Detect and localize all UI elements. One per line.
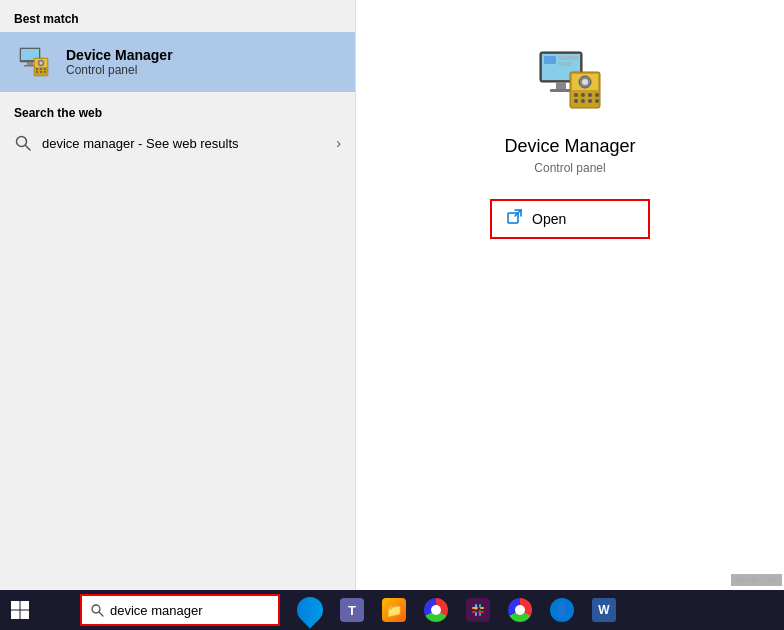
svg-rect-47	[472, 607, 478, 609]
edge-taskbar-button[interactable]	[290, 590, 330, 630]
word-taskbar-button[interactable]: W	[584, 590, 624, 630]
svg-point-23	[582, 79, 588, 85]
open-button-label: Open	[532, 211, 566, 227]
svg-rect-37	[11, 601, 20, 610]
svg-point-10	[40, 71, 42, 73]
explorer-taskbar-button[interactable]: 📁	[374, 590, 414, 630]
left-panel: Best match	[0, 0, 355, 590]
search-icon	[14, 134, 32, 152]
svg-point-13	[40, 62, 43, 65]
chrome-taskbar-button[interactable]	[416, 590, 456, 630]
chrome2-icon	[508, 598, 532, 622]
svg-rect-19	[550, 89, 572, 92]
svg-point-28	[574, 99, 578, 103]
web-search-arrow-icon: ›	[336, 135, 341, 151]
best-match-heading: Best match	[0, 0, 355, 32]
best-match-subtitle: Control panel	[66, 63, 173, 77]
taskbar-search-box[interactable]	[80, 594, 280, 626]
svg-point-9	[36, 71, 38, 73]
svg-rect-38	[21, 601, 30, 610]
svg-rect-2	[27, 62, 33, 65]
svg-rect-33	[558, 56, 578, 60]
windows-icon	[10, 600, 30, 620]
chrome-icon	[424, 598, 448, 622]
explorer-icon: 📁	[382, 598, 406, 622]
svg-rect-40	[21, 611, 30, 620]
slack-taskbar-button[interactable]	[458, 590, 498, 630]
word-icon: W	[592, 598, 616, 622]
web-search-item[interactable]: device manager - See web results ›	[0, 126, 355, 160]
svg-point-25	[581, 93, 585, 97]
svg-rect-48	[480, 607, 484, 609]
watermark: wsxdn.com	[731, 574, 782, 586]
app-name-large: Device Manager	[504, 136, 635, 157]
teams-taskbar-button[interactable]: T	[332, 590, 372, 630]
device-manager-icon-large	[530, 40, 610, 120]
taskbar-apps: T 📁	[290, 590, 624, 630]
svg-rect-49	[472, 611, 476, 613]
best-match-name: Device Manager	[66, 47, 173, 63]
svg-rect-39	[11, 611, 20, 620]
open-button[interactable]: Open	[490, 199, 650, 239]
svg-rect-34	[558, 62, 572, 66]
svg-point-24	[574, 93, 578, 97]
svg-line-15	[26, 146, 31, 151]
svg-point-8	[44, 68, 46, 70]
app-type-label: Control panel	[534, 161, 605, 175]
web-search-text: device manager - See web results	[42, 136, 336, 151]
svg-point-11	[44, 71, 46, 73]
svg-point-26	[588, 93, 592, 97]
chrome2-taskbar-button[interactable]	[500, 590, 540, 630]
device-manager-icon-small	[14, 42, 54, 82]
person-icon: 👤	[550, 598, 574, 622]
taskbar-search-icon	[90, 603, 104, 617]
svg-point-7	[40, 68, 42, 70]
right-panel: Device Manager Control panel Open	[355, 0, 784, 590]
svg-rect-32	[544, 56, 556, 64]
svg-point-27	[595, 93, 599, 97]
open-icon	[506, 208, 524, 230]
svg-point-29	[581, 99, 585, 103]
taskbar: T 📁	[0, 590, 784, 630]
search-web-heading: Search the web	[0, 96, 355, 126]
best-match-text: Device Manager Control panel	[66, 47, 173, 77]
svg-rect-18	[556, 82, 566, 89]
search-panel: Best match	[0, 0, 784, 590]
edge-icon	[292, 592, 329, 629]
person-taskbar-button[interactable]: 👤	[542, 590, 582, 630]
teams-icon: T	[340, 598, 364, 622]
slack-icon	[466, 598, 490, 622]
svg-point-30	[588, 99, 592, 103]
start-button[interactable]	[0, 590, 40, 630]
best-match-item[interactable]: Device Manager Control panel	[0, 32, 355, 92]
svg-point-6	[36, 68, 38, 70]
svg-point-31	[595, 99, 599, 103]
svg-rect-50	[478, 611, 484, 613]
svg-line-42	[99, 612, 103, 616]
taskbar-search-input[interactable]	[110, 603, 250, 618]
